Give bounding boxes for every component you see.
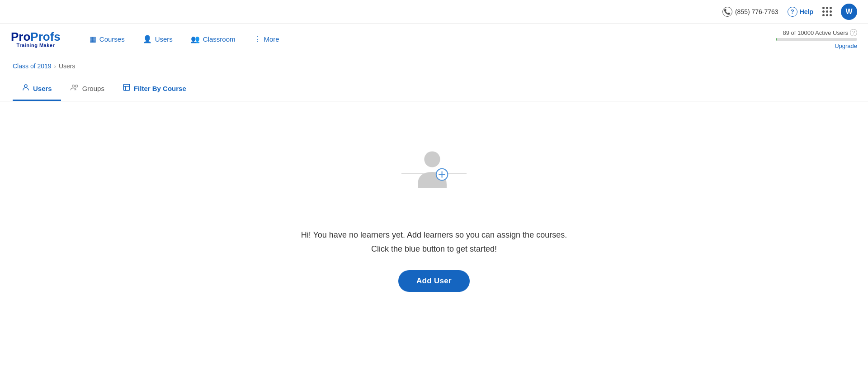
nav-users[interactable]: 👤 Users bbox=[136, 31, 180, 47]
breadcrumb-separator: › bbox=[54, 63, 56, 70]
empty-state-line2: Click the blue button to get started! bbox=[301, 242, 567, 256]
svg-point-8 bbox=[424, 151, 440, 167]
breadcrumb: Class of 2019 › Users bbox=[0, 55, 868, 77]
svg-rect-3 bbox=[123, 84, 130, 91]
nav-more[interactable]: ⋮ More bbox=[246, 31, 287, 47]
phone-number: (855) 776-7763 bbox=[735, 8, 778, 15]
breadcrumb-parent[interactable]: Class of 2019 bbox=[13, 62, 52, 70]
logo-text: ProProfs bbox=[11, 31, 61, 43]
active-users-info-icon[interactable]: ? bbox=[850, 29, 857, 36]
apps-grid-icon[interactable] bbox=[822, 7, 832, 16]
tab-filter-by-course[interactable]: Filter By Course bbox=[113, 77, 195, 101]
more-label: More bbox=[264, 35, 279, 43]
tab-groups-icon bbox=[70, 83, 79, 93]
tab-filter-label: Filter By Course bbox=[134, 85, 186, 92]
empty-icon bbox=[398, 138, 470, 210]
active-users-bar-fill bbox=[776, 38, 777, 41]
upgrade-link[interactable]: Upgrade bbox=[835, 43, 857, 49]
top-bar: 📞 (855) 776-7763 ? Help W bbox=[0, 0, 868, 24]
breadcrumb-current: Users bbox=[59, 62, 75, 70]
users-nav-icon: 👤 bbox=[143, 35, 152, 43]
tab-users-label: Users bbox=[33, 85, 52, 92]
tab-users-icon bbox=[22, 83, 30, 93]
svg-point-0 bbox=[24, 85, 27, 87]
active-users-area: 89 of 10000 Active Users ? Upgrade bbox=[767, 29, 857, 49]
svg-point-1 bbox=[72, 85, 74, 87]
tab-groups-label: Groups bbox=[82, 85, 104, 92]
add-user-button[interactable]: Add User bbox=[398, 270, 470, 292]
more-icon: ⋮ bbox=[254, 35, 261, 43]
logo[interactable]: ProProfs Training Maker bbox=[11, 31, 61, 48]
active-users-bar bbox=[776, 38, 857, 41]
nav-courses[interactable]: ▦ Courses bbox=[82, 31, 132, 47]
phone-icon: 📞 bbox=[722, 7, 732, 17]
courses-label: Courses bbox=[99, 35, 125, 43]
tab-filter-icon bbox=[123, 83, 131, 93]
nav-items: ▦ Courses 👤 Users 👥 Classroom ⋮ More bbox=[82, 31, 767, 47]
help-label: Help bbox=[800, 8, 813, 15]
empty-state-line1: Hi! You have no learners yet. Add learne… bbox=[301, 228, 567, 242]
help-icon: ? bbox=[788, 7, 797, 17]
phone-section: 📞 (855) 776-7763 bbox=[722, 7, 778, 17]
nav-classroom[interactable]: 👥 Classroom bbox=[184, 31, 243, 47]
tab-users[interactable]: Users bbox=[13, 77, 61, 101]
empty-state: Hi! You have no learners yet. Add learne… bbox=[0, 101, 868, 319]
help-button[interactable]: ? Help bbox=[788, 7, 813, 17]
active-users-text: 89 of 10000 Active Users bbox=[783, 29, 848, 36]
svg-point-2 bbox=[75, 85, 77, 87]
logo-profs: Profs bbox=[30, 30, 60, 43]
tabs-bar: Users Groups Filter By Course bbox=[0, 77, 868, 101]
logo-pro: Pro bbox=[11, 30, 30, 43]
classroom-icon: 👥 bbox=[191, 35, 200, 43]
avatar-letter: W bbox=[845, 8, 852, 16]
empty-state-text: Hi! You have no learners yet. Add learne… bbox=[301, 228, 567, 256]
classroom-label: Classroom bbox=[203, 35, 236, 43]
tab-groups[interactable]: Groups bbox=[61, 77, 113, 101]
main-nav: ProProfs Training Maker ▦ Courses 👤 User… bbox=[0, 24, 868, 55]
active-users-label: 89 of 10000 Active Users ? bbox=[783, 29, 857, 36]
user-avatar[interactable]: W bbox=[841, 4, 857, 20]
users-nav-label: Users bbox=[155, 35, 173, 43]
logo-subtitle: Training Maker bbox=[11, 43, 61, 48]
courses-icon: ▦ bbox=[90, 35, 96, 43]
